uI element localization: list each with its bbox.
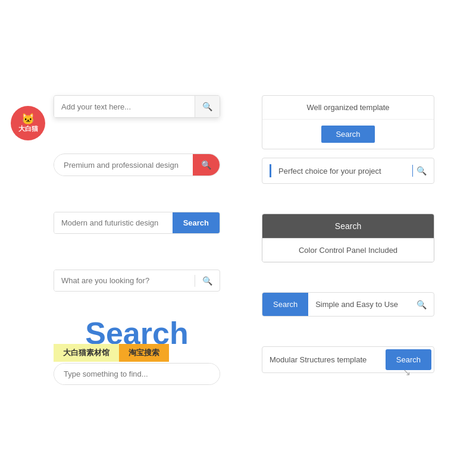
logo: 🐱 大白猫 — [11, 106, 45, 140]
r4-search-button[interactable]: Search — [262, 293, 308, 316]
search-bar-4: 🔍 — [54, 270, 220, 292]
r4-text: Simple and Easy to Use — [308, 294, 409, 315]
search-bar-r1: Well organized template Search — [262, 95, 434, 149]
search-bar-1: 🔍 — [54, 95, 220, 118]
search-input-1[interactable] — [54, 96, 195, 117]
search-bar-5 — [54, 363, 220, 385]
r1-top-text: Well organized template — [262, 96, 434, 120]
r2-left-border — [270, 164, 271, 177]
search-button-1[interactable]: 🔍 — [195, 96, 220, 117]
watermark-left-text: 大白猫素材馆 — [54, 344, 119, 362]
search-input-4[interactable] — [54, 270, 195, 291]
r2-text: Perfect choice for your project — [278, 167, 412, 176]
search-input-5[interactable] — [54, 364, 220, 384]
search-bar-2: 🔍 — [54, 154, 220, 176]
watermark: 大白猫素材馆 淘宝搜索 — [54, 344, 169, 362]
search-button-2[interactable]: 🔍 — [193, 154, 220, 176]
search-bar-r2: Perfect choice for your project 🔍 — [262, 158, 434, 184]
corner-arrow-icon: ↘ — [403, 367, 411, 378]
logo-text: 大白猫 — [18, 124, 38, 133]
r2-icon-right: 🔍 — [412, 165, 427, 177]
r1-bottom: Search — [262, 120, 434, 149]
r1-search-button[interactable]: Search — [321, 126, 374, 143]
search-button-3[interactable]: Search — [173, 212, 220, 233]
search-input-3[interactable] — [54, 212, 173, 233]
logo-cat-icon: 🐱 — [21, 114, 35, 124]
r3-dark-top: Search — [262, 214, 434, 238]
search-bar-3: Search — [54, 212, 220, 234]
r2-vline — [412, 165, 413, 177]
search-input-2[interactable] — [54, 155, 193, 176]
search-button-4[interactable]: 🔍 — [195, 271, 220, 290]
search-bar-r4: Search Simple and Easy to Use 🔍 — [262, 292, 434, 317]
watermark-right-text: 淘宝搜索 — [119, 344, 169, 362]
right-column: Well organized template Search Perfect c… — [262, 95, 434, 373]
r3-light-bottom: Color Control Panel Included — [262, 238, 434, 262]
left-column: 🔍 🔍 Search 🔍 Search — [54, 95, 220, 385]
r2-search-icon[interactable]: 🔍 — [416, 166, 427, 176]
r4-search-icon[interactable]: 🔍 — [409, 294, 434, 315]
r5-text: Modular Structures template — [262, 349, 383, 370]
search-bar-r3: Search Color Control Panel Included — [262, 214, 434, 262]
